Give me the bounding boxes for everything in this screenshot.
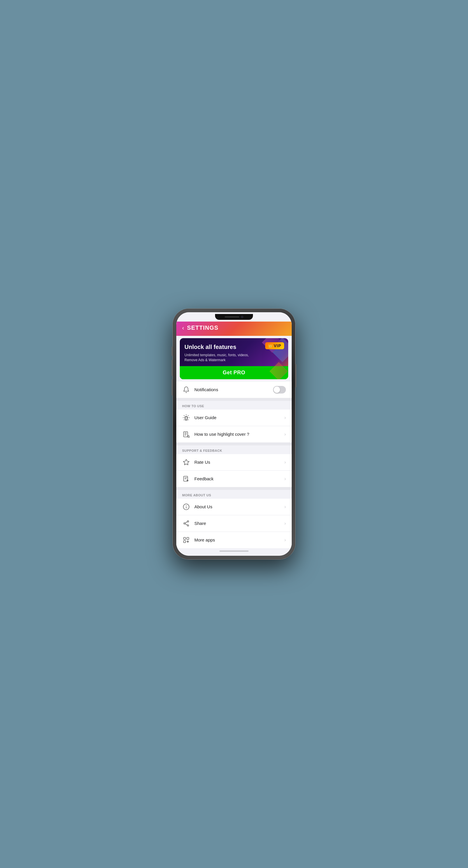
- section-label-how-to-use: HOW TO USE: [182, 404, 286, 408]
- more-about-us-section: About Us › Share ›: [176, 499, 292, 548]
- notifications-toggle[interactable]: [273, 386, 286, 394]
- separator-2: [176, 442, 292, 445]
- chevron-icon-feedback: ›: [285, 476, 286, 482]
- volume-up-button: [172, 360, 173, 376]
- bulb-icon: [182, 413, 190, 422]
- star-svg: [183, 459, 190, 466]
- speaker: [225, 316, 239, 317]
- how-to-use-header: HOW TO USE: [176, 401, 292, 409]
- feedback-svg: [183, 475, 190, 482]
- feedback-icon: [182, 475, 190, 483]
- notch-bar: [176, 312, 292, 321]
- power-button: [295, 364, 296, 388]
- svg-line-14: [185, 524, 187, 525]
- notifications-row: Notifications: [176, 381, 292, 398]
- chevron-icon-user-guide: ›: [285, 415, 286, 420]
- share-icon: [182, 519, 190, 527]
- separator-3: [176, 487, 292, 490]
- info-icon: [182, 503, 190, 511]
- how-to-use-section: User Guide › How to use highlight cover …: [176, 409, 292, 442]
- rate-us-item[interactable]: Rate Us ›: [176, 454, 292, 470]
- chevron-icon-about-us: ›: [285, 504, 286, 509]
- apps-icon: [182, 536, 190, 544]
- support-feedback-section: Rate Us › Feedback ›: [176, 454, 292, 487]
- rate-us-label: Rate Us: [194, 460, 280, 465]
- svg-point-12: [187, 525, 189, 526]
- about-us-label: About Us: [194, 504, 280, 509]
- info-svg: [183, 503, 190, 510]
- more-apps-item[interactable]: More apps ›: [176, 532, 292, 548]
- star-icon: [182, 458, 190, 466]
- notch: [215, 314, 253, 320]
- section-label-support: SUPPORT & FEEDBACK: [182, 449, 286, 452]
- apps-svg: [183, 536, 190, 544]
- phone-screen: ‹ SETTINGS 👑 VIP Unlock all features Unl…: [176, 312, 292, 556]
- svg-marker-5: [183, 459, 189, 465]
- section-label-more-about-us: MORE ABOUT US: [182, 493, 286, 497]
- feedback-item[interactable]: Feedback ›: [176, 470, 292, 487]
- home-bar: [220, 551, 248, 552]
- chevron-icon-more-apps: ›: [285, 537, 286, 542]
- lightbulb-svg: [183, 414, 190, 421]
- svg-rect-16: [187, 537, 189, 539]
- chevron-icon-rate-us: ›: [285, 460, 286, 465]
- volume-down-button: [172, 379, 173, 396]
- mute-button: [172, 347, 173, 356]
- screen-content: ‹ SETTINGS 👑 VIP Unlock all features Unl…: [176, 312, 292, 556]
- user-guide-label: User Guide: [194, 415, 280, 420]
- share-label: Share: [194, 521, 280, 526]
- svg-line-13: [185, 522, 187, 523]
- more-apps-label: More apps: [194, 537, 280, 542]
- settings-header: ‹ SETTINGS: [176, 321, 292, 336]
- share-item[interactable]: Share ›: [176, 515, 292, 532]
- highlight-cover-label: How to use highlight cover ?: [194, 432, 280, 437]
- feedback-label: Feedback: [194, 476, 280, 481]
- highlight-svg: [183, 431, 190, 438]
- chevron-icon-highlight: ›: [285, 432, 286, 437]
- bell-icon: [183, 386, 190, 393]
- front-camera: [241, 316, 243, 318]
- phone-frame: ‹ SETTINGS 👑 VIP Unlock all features Unl…: [173, 309, 295, 559]
- svg-rect-17: [183, 540, 186, 542]
- vip-banner[interactable]: 👑 VIP Unlock all features Unlimited temp…: [180, 338, 288, 379]
- svg-rect-3: [183, 432, 188, 437]
- vip-label: VIP: [274, 343, 281, 348]
- svg-point-11: [184, 523, 185, 524]
- separator-1: [176, 398, 292, 401]
- crown-icon: 👑: [268, 344, 272, 348]
- chevron-icon-share: ›: [285, 521, 286, 526]
- highlight-icon: [182, 430, 190, 438]
- about-us-item[interactable]: About Us ›: [176, 499, 292, 515]
- highlight-cover-item[interactable]: How to use highlight cover ? ›: [176, 426, 292, 442]
- share-svg: [183, 520, 190, 527]
- banner-subtitle: Unlimited templates, music, fonts, video…: [184, 353, 284, 363]
- vip-badge: 👑 VIP: [265, 342, 284, 349]
- toggle-knob: [274, 386, 280, 393]
- more-about-us-header: MORE ABOUT US: [176, 490, 292, 499]
- svg-rect-15: [183, 537, 186, 539]
- home-indicator: [176, 548, 292, 555]
- back-button[interactable]: ‹: [182, 324, 184, 331]
- page-title: SETTINGS: [187, 324, 218, 331]
- support-feedback-header: SUPPORT & FEEDBACK: [176, 445, 292, 454]
- notifications-label: Notifications: [194, 387, 269, 392]
- svg-point-10: [187, 521, 189, 522]
- user-guide-item[interactable]: User Guide ›: [176, 409, 292, 426]
- notifications-icon: [182, 386, 190, 394]
- notifications-section: Notifications: [176, 381, 292, 398]
